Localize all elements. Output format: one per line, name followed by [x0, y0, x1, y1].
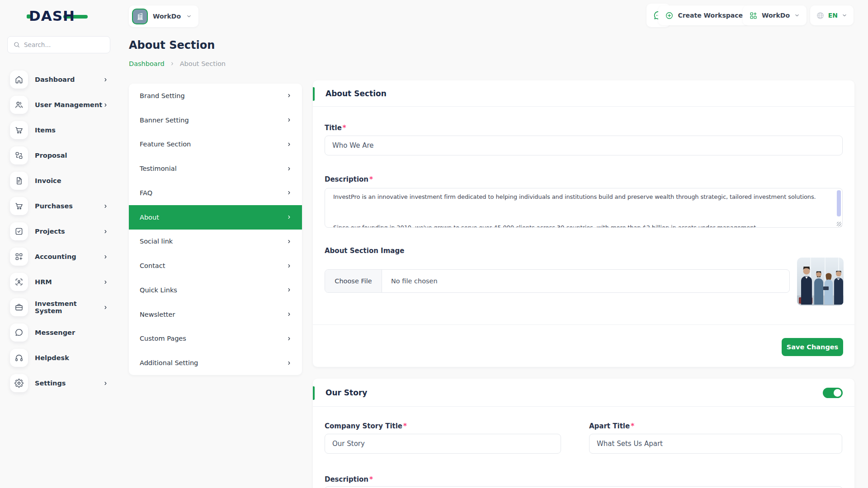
- sidebar-item[interactable]: Invoice: [0, 168, 118, 193]
- create-workspace-button[interactable]: Create Workspace: [658, 5, 750, 25]
- workspace-building-icon: [132, 9, 148, 24]
- language-selector[interactable]: EN: [810, 5, 854, 25]
- chevron-right-icon: [103, 102, 108, 108]
- sidebar-item-icon: [10, 96, 28, 114]
- settings-menu-item[interactable]: Brand Setting: [129, 84, 302, 108]
- about-card-header: About Section: [313, 80, 854, 107]
- settings-menu-item[interactable]: Quick Links: [129, 278, 302, 302]
- settings-menu-item-label: Quick Links: [140, 286, 177, 294]
- required-asterisk: *: [369, 475, 373, 483]
- apart-title-input[interactable]: [589, 434, 842, 454]
- settings-menu-item[interactable]: Newsletter: [129, 302, 302, 327]
- settings-menu-item[interactable]: Feature Section: [129, 132, 302, 157]
- sidebar-item[interactable]: Helpdesk: [0, 345, 118, 371]
- save-changes-button[interactable]: Save Changes: [782, 338, 843, 356]
- settings-menu-item[interactable]: Testimonial: [129, 156, 302, 181]
- sidebar-item-label: Settings: [35, 380, 103, 387]
- breadcrumb-dashboard-link[interactable]: Dashboard: [129, 60, 165, 67]
- chevron-right-icon: [286, 190, 292, 196]
- workspace-menu-button[interactable]: WorkDo: [743, 5, 807, 25]
- sidebar-item[interactable]: Accounting: [0, 244, 118, 269]
- grid-plus-icon: [749, 11, 758, 20]
- settings-menu-item-label: Additional Setting: [140, 359, 198, 366]
- sidebar-item-icon: [10, 324, 28, 342]
- sidebar-item-label: Messenger: [35, 329, 103, 336]
- sidebar-item-icon: [10, 146, 28, 164]
- sidebar-item[interactable]: Items: [0, 117, 118, 143]
- settings-menu-item[interactable]: Banner Setting: [129, 108, 302, 132]
- sidebar-item-label: HRM: [35, 278, 103, 286]
- create-workspace-label: Create Workspace: [678, 12, 743, 19]
- workspace-menu-label: WorkDo: [762, 12, 790, 19]
- sidebar-item[interactable]: Settings: [0, 371, 118, 396]
- sidebar-search[interactable]: [7, 36, 110, 53]
- title-input[interactable]: [325, 136, 843, 155]
- settings-menu-item-label: Feature Section: [140, 141, 191, 148]
- globe-icon: [816, 11, 825, 20]
- page-title: About Section: [129, 39, 215, 52]
- sidebar-item[interactable]: User Management: [0, 92, 118, 117]
- settings-menu-item-label: Social link: [140, 238, 173, 245]
- header-accent-bar: [313, 386, 315, 400]
- business-team-photo: [797, 258, 844, 305]
- chevron-right-icon: [103, 254, 108, 260]
- chevron-right-icon: [286, 166, 292, 172]
- sidebar-item[interactable]: HRM: [0, 269, 118, 295]
- textarea-scrollbar[interactable]: [837, 190, 841, 216]
- settings-menu-item-label: Brand Setting: [140, 92, 185, 99]
- sidebar-item-label: Investment System: [35, 300, 103, 314]
- settings-menu-item-label: Newsletter: [140, 311, 175, 318]
- card-footer-divider: [313, 324, 854, 325]
- sidebar-item-icon: [10, 349, 28, 367]
- sidebar-item-icon: [10, 121, 28, 139]
- our-story-card: Our Story Company Story Title* Apart Tit…: [313, 379, 854, 488]
- description-field-label: Description*: [325, 175, 373, 183]
- sidebar-item-icon: [10, 273, 28, 291]
- language-code: EN: [828, 12, 838, 19]
- chevron-right-icon: [286, 93, 292, 99]
- sidebar-item[interactable]: Projects: [0, 219, 118, 244]
- sidebar: DASH Dashboard User Management: [0, 0, 118, 488]
- app-logo: DASH: [29, 9, 75, 23]
- sidebar-item-label: Helpdesk: [35, 354, 103, 361]
- chevron-right-icon: [286, 287, 292, 293]
- textarea-resize-handle[interactable]: [837, 222, 841, 226]
- sidebar-item[interactable]: Investment System: [0, 295, 118, 320]
- sidebar-item-icon: [10, 374, 28, 392]
- chevron-right-icon: [286, 239, 292, 244]
- about-image-preview: [797, 258, 844, 305]
- our-story-title: Our Story: [326, 388, 367, 397]
- sidebar-item[interactable]: Proposal: [0, 143, 118, 168]
- sidebar-item-icon: [10, 298, 28, 316]
- sidebar-item[interactable]: Messenger: [0, 320, 118, 345]
- sidebar-item-label: Proposal: [35, 152, 103, 159]
- our-story-toggle[interactable]: [823, 388, 843, 398]
- chevron-right-icon: [286, 117, 292, 123]
- sidebar-item[interactable]: Dashboard: [0, 67, 118, 92]
- company-story-title-input[interactable]: [325, 434, 561, 454]
- image-file-input[interactable]: Choose File No file chosen: [325, 269, 790, 293]
- apart-title-label: Apart Title*: [589, 422, 634, 430]
- plus-circle-icon: [665, 11, 674, 20]
- story-description-textarea[interactable]: [325, 486, 843, 488]
- about-section-card: About Section Title* Description* Invest…: [313, 80, 854, 367]
- title-field-label: Title*: [325, 124, 346, 132]
- settings-menu-item[interactable]: Contact: [129, 253, 302, 278]
- settings-menu-item[interactable]: FAQ: [129, 181, 302, 205]
- sidebar-item[interactable]: Purchases: [0, 193, 118, 219]
- choose-file-button[interactable]: Choose File: [325, 270, 382, 292]
- chevron-right-icon: [286, 336, 292, 342]
- settings-menu-item[interactable]: Custom Pages: [129, 327, 302, 351]
- description-paragraph-1: InvestPro is an innovative investment fi…: [333, 193, 816, 200]
- workspace-switcher[interactable]: WorkDo: [129, 5, 198, 27]
- chevron-right-icon: [103, 380, 108, 386]
- chevron-right-icon: [103, 305, 108, 310]
- chevron-down-icon: [794, 12, 800, 19]
- settings-menu-item[interactable]: About: [129, 205, 302, 230]
- workspace-name: WorkDo: [153, 13, 181, 20]
- chevron-right-icon: [286, 141, 292, 147]
- settings-menu-item[interactable]: Social link: [129, 230, 302, 254]
- description-textarea[interactable]: InvestPro is an innovative investment fi…: [325, 188, 843, 228]
- settings-menu-item[interactable]: Additional Setting: [129, 351, 302, 375]
- search-input[interactable]: [24, 41, 104, 48]
